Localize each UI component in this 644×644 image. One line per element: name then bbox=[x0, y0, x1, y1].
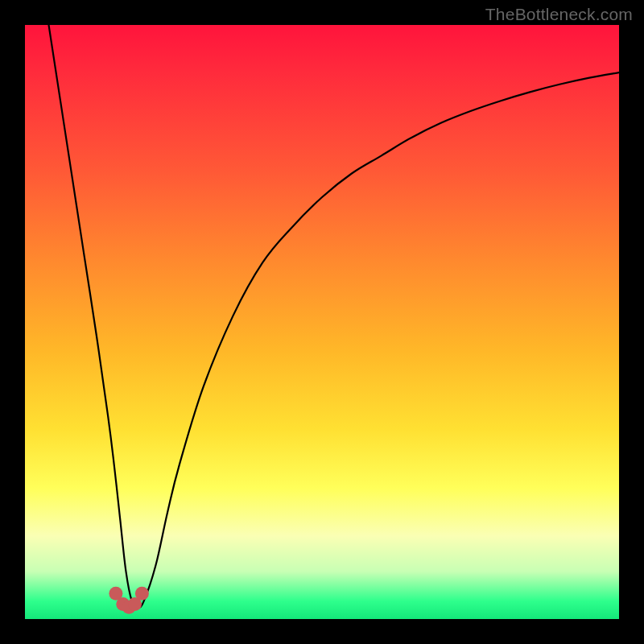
watermark-text: TheBottleneck.com bbox=[485, 5, 633, 24]
curve-layer bbox=[25, 25, 619, 619]
plot-area bbox=[25, 25, 619, 619]
marker-dot bbox=[135, 587, 149, 601]
bottleneck-curve bbox=[49, 25, 619, 607]
chart-frame: TheBottleneck.com bbox=[0, 0, 644, 644]
